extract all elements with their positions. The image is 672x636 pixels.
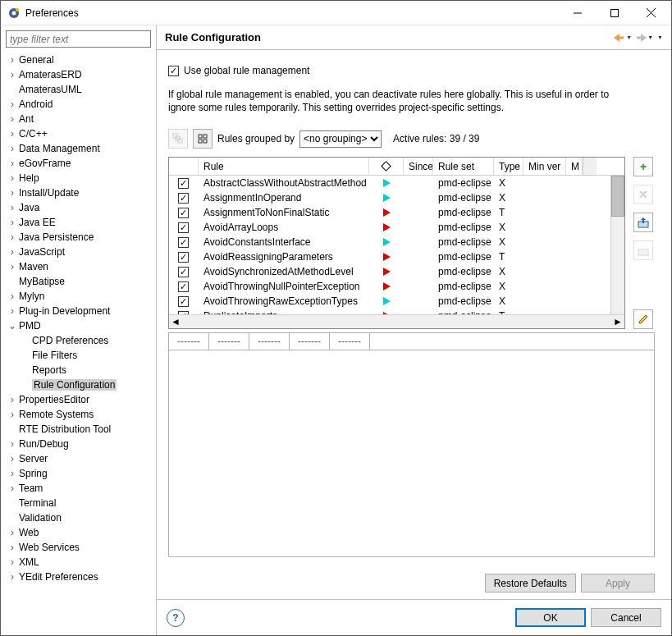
help-button[interactable]: ? [167, 609, 185, 627]
detail-tab[interactable]: ------- [249, 332, 290, 350]
chevron-right-icon[interactable]: ▸ [6, 425, 19, 434]
use-global-checkbox[interactable]: ✓ [168, 66, 179, 76]
close-button[interactable] [633, 1, 670, 25]
row-checkbox[interactable]: ✓ [178, 296, 189, 307]
expand-all-button[interactable] [168, 129, 188, 149]
tree-item[interactable]: ›Java [6, 200, 156, 215]
tree-item[interactable]: ›General [6, 53, 156, 67]
chevron-right-icon[interactable]: › [6, 453, 19, 464]
chevron-right-icon[interactable]: ▸ [6, 499, 19, 508]
chevron-right-icon[interactable]: › [6, 202, 19, 213]
tree-item[interactable]: ›Web Services [6, 540, 156, 555]
table-row[interactable]: ✓AvoidSynchronizedAtMethodLevelpmd-eclip… [169, 264, 610, 279]
chevron-right-icon[interactable]: › [6, 571, 19, 583]
col-m[interactable]: M [566, 158, 583, 175]
apply-button[interactable]: Apply [581, 574, 655, 593]
col-since[interactable]: Since [404, 158, 433, 175]
chevron-right-icon[interactable]: ▸ [6, 85, 19, 94]
tree-item[interactable]: ›Mylyn [6, 289, 156, 304]
tree-item[interactable]: ⌄PMD [6, 318, 156, 333]
filter-input[interactable] [6, 30, 151, 48]
col-ruleset[interactable]: Rule set [433, 158, 494, 175]
tree-item[interactable]: ›Data Management [6, 141, 156, 156]
vertical-scrollbar[interactable] [610, 176, 624, 314]
col-rule[interactable]: Rule [199, 158, 369, 175]
chevron-right-icon[interactable]: › [6, 468, 19, 479]
row-checkbox[interactable]: ✓ [178, 178, 189, 189]
scroll-left-icon[interactable]: ◄ [171, 316, 181, 327]
chevron-right-icon[interactable]: › [6, 54, 19, 66]
col-type[interactable]: Type [494, 158, 523, 175]
restore-defaults-button[interactable]: Restore Defaults [485, 574, 576, 593]
col-checkbox[interactable] [169, 158, 199, 175]
tree-item[interactable]: ›Android [6, 97, 156, 112]
forward-button[interactable]: ▼ [635, 34, 653, 42]
chevron-right-icon[interactable]: › [6, 98, 19, 110]
chevron-right-icon[interactable]: › [6, 556, 19, 568]
table-row[interactable]: ✓AssignmentToNonFinalStaticpmd-eclipseT [169, 205, 610, 220]
detail-tab[interactable]: ------- [208, 332, 249, 350]
chevron-right-icon[interactable]: › [6, 113, 19, 125]
table-row[interactable]: ✓AvoidThrowingRawExceptionTypespmd-eclip… [169, 294, 610, 309]
table-row[interactable]: ✓AvoidConstantsInterfacepmd-eclipseX [169, 235, 610, 249]
row-checkbox[interactable]: ✓ [178, 311, 189, 315]
collapse-all-button[interactable] [193, 129, 213, 149]
cancel-button[interactable]: Cancel [591, 608, 661, 627]
chevron-right-icon[interactable]: › [6, 187, 19, 199]
chevron-right-icon[interactable]: › [6, 128, 19, 140]
col-minver[interactable]: Min ver [523, 158, 566, 175]
tree-item[interactable]: ›XML [6, 555, 156, 570]
chevron-right-icon[interactable]: › [6, 261, 19, 272]
tree-item[interactable]: ›Java EE [6, 215, 156, 230]
back-button[interactable]: ▼ [614, 34, 632, 42]
tree-item[interactable]: ·File Filters [6, 348, 156, 363]
chevron-right-icon[interactable]: › [6, 291, 19, 302]
row-checkbox[interactable]: ✓ [178, 208, 189, 218]
tree-item[interactable]: ›Spring [6, 466, 156, 481]
chevron-right-icon[interactable]: › [6, 217, 19, 228]
tree-item[interactable]: ›Java Persistence [6, 230, 156, 245]
table-row[interactable]: ✓DuplicateImportspmd-eclipseT [169, 309, 610, 314]
tree-item[interactable]: ›Web [6, 525, 156, 540]
chevron-right-icon[interactable]: › [6, 409, 19, 420]
tree-item[interactable]: ▸AmaterasUML [6, 82, 156, 97]
row-checkbox[interactable]: ✓ [178, 252, 189, 263]
chevron-right-icon[interactable]: › [6, 246, 19, 258]
detail-tab[interactable]: ------- [329, 332, 370, 350]
chevron-right-icon[interactable]: › [6, 172, 19, 184]
tree-item[interactable]: ›C/C++ [6, 126, 156, 141]
row-checkbox[interactable]: ✓ [178, 193, 189, 204]
edit-button[interactable] [633, 309, 653, 329]
ok-button[interactable]: OK [515, 608, 586, 627]
import-button[interactable] [633, 213, 653, 232]
tree-item[interactable]: ›eGovFrame [6, 156, 156, 171]
chevron-right-icon[interactable]: › [6, 542, 19, 553]
tree-item[interactable]: ▸Validation [6, 510, 156, 525]
chevron-right-icon[interactable]: ▸ [6, 514, 19, 523]
tree-item[interactable]: ·Rule Configuration [6, 377, 156, 392]
chevron-right-icon[interactable]: › [6, 143, 19, 154]
tree-item[interactable]: ›PropertiesEditor [6, 392, 156, 407]
group-select[interactable]: <no grouping> [299, 130, 382, 148]
chevron-right-icon[interactable]: › [6, 69, 19, 80]
table-body[interactable]: ✓AbstractClassWithoutAbstractMethodpmd-e… [169, 176, 610, 314]
tree-item[interactable]: ·Reports [6, 363, 156, 377]
add-rule-button[interactable]: + [633, 157, 653, 176]
row-checkbox[interactable]: ✓ [178, 222, 189, 233]
row-checkbox[interactable]: ✓ [178, 237, 189, 248]
scroll-right-icon[interactable]: ► [613, 316, 623, 327]
tree-item[interactable]: ›Server [6, 451, 156, 466]
tree-item[interactable]: ›AmaterasERD [6, 67, 156, 82]
row-checkbox[interactable]: ✓ [178, 267, 189, 277]
tree-item[interactable]: ›Team [6, 481, 156, 496]
tree-item[interactable]: ›Help [6, 171, 156, 185]
minimize-button[interactable] [559, 1, 596, 25]
table-row[interactable]: ✓AssignmentInOperandpmd-eclipseX [169, 190, 610, 205]
tree-item[interactable]: ›Ant [6, 112, 156, 126]
table-row[interactable]: ✓AvoidReassigningParameterspmd-eclipseT [169, 249, 610, 264]
tree-item[interactable]: ›JavaScript [6, 245, 156, 259]
tree-item[interactable]: ·CPD Preferences [6, 333, 156, 348]
chevron-right-icon[interactable]: › [6, 527, 19, 538]
chevron-right-icon[interactable]: › [6, 158, 19, 169]
tree-item[interactable]: ›Run/Debug [6, 437, 156, 451]
